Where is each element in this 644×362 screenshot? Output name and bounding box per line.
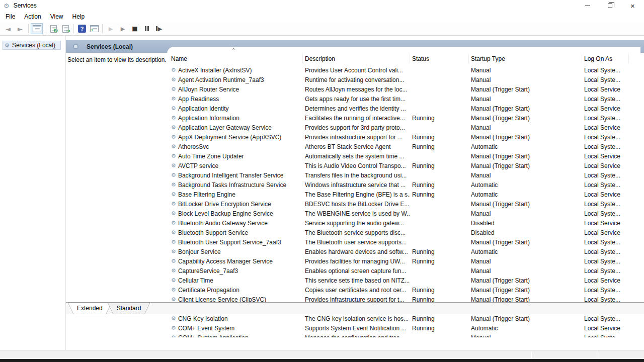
service-startup-type: Manual [469, 124, 582, 131]
service-name: AppX Deployment Service (AppXSVC) [178, 134, 281, 141]
forward-button[interactable]: ► [14, 23, 26, 34]
table-row[interactable]: ⚙Application Layer Gateway ServiceProvid… [167, 123, 629, 132]
service-log-on-as: Local Syste... [582, 248, 629, 255]
table-row[interactable]: ⚙AVCTP serviceThis is Audio Video Contro… [167, 161, 629, 170]
show-console-tree-button[interactable] [31, 23, 43, 34]
column-header-status[interactable]: Status [410, 54, 469, 63]
table-row[interactable]: ⚙Bluetooth Audio Gateway ServiceService … [167, 218, 629, 228]
service-name: Certificate Propagation [178, 287, 239, 294]
service-name: Bluetooth Audio Gateway Service [178, 220, 268, 227]
table-row[interactable]: ⚙Certificate PropagationCopies user cert… [167, 285, 629, 295]
service-log-on-as: Local Syste... [582, 143, 629, 150]
table-row[interactable]: ⚙Base Filtering EngineThe Base Filtering… [167, 190, 629, 199]
service-startup-type: Manual [469, 258, 582, 265]
service-description: Provides infrastructure support for ... [303, 134, 410, 141]
table-row[interactable]: ⚙Application IdentityDetermines and veri… [167, 104, 629, 113]
service-log-on-as: Local Syste... [582, 315, 629, 322]
service-log-on-as: Local Syste... [582, 258, 629, 265]
restart-service-button[interactable]: ▶ [153, 23, 165, 34]
table-row[interactable]: ⚙COM+ Event SystemSupports System Event … [167, 323, 629, 333]
menu-action[interactable]: Action [20, 12, 45, 22]
service-log-on-as: Local Service [582, 191, 629, 198]
service-startup-type: Manual [469, 334, 582, 338]
export-list-button[interactable]: → [59, 23, 71, 34]
service-gear-icon: ⚙ [171, 334, 176, 337]
resume-service-button[interactable]: ▶ [117, 23, 129, 34]
menu-file[interactable]: File [1, 12, 20, 22]
back-button[interactable]: ◄ [2, 23, 14, 34]
column-header-description[interactable]: Description [303, 54, 410, 63]
stop-service-button[interactable]: ■ [129, 23, 141, 34]
table-row[interactable]: ⚙Capability Access Manager ServiceProvid… [167, 256, 629, 266]
service-description: The CNG key isolation service is hos... [303, 315, 410, 322]
properties-button[interactable]: + [88, 23, 100, 34]
table-row[interactable]: ⚙Background Tasks Infrastructure Service… [167, 180, 629, 190]
forward-arrow-icon: ► [18, 25, 23, 33]
service-startup-type: Manual (Trigger Start) [469, 115, 582, 122]
service-name: CaptureService_7aaf3 [178, 267, 238, 275]
service-log-on-as: Local Syste... [582, 115, 629, 122]
service-name: AVCTP service [178, 162, 218, 169]
console-tree-icon [33, 25, 41, 32]
table-row[interactable]: ⚙Bonjour ServiceEnables hardware devices… [167, 247, 629, 256]
service-log-on-as: Local Syste... [582, 334, 629, 338]
table-row[interactable]: ⚙Auto Time Zone UpdaterAutomatically set… [167, 151, 629, 161]
start-service-button[interactable]: ▶ [105, 23, 117, 34]
table-row[interactable]: ⚙ActiveX Installer (AxInstSV)Provides Us… [167, 65, 629, 75]
table-row[interactable]: ⚙Application InformationFacilitates the … [167, 113, 629, 123]
menu-view[interactable]: View [46, 12, 68, 22]
service-description: Provides support for 3rd party proto... [303, 124, 410, 131]
stop-icon: ■ [132, 26, 137, 32]
service-startup-type: Manual (Trigger Start) [469, 277, 582, 284]
table-row[interactable]: ⚙BitLocker Drive Encryption ServiceBDESV… [167, 199, 629, 209]
table-row[interactable]: ⚙Agent Activation Runtime_7aaf3Runtime f… [167, 75, 629, 84]
service-description: Facilitates the running of interactive..… [303, 115, 410, 122]
help-icon: ? [78, 25, 86, 33]
close-button[interactable]: × [621, 0, 644, 11]
service-log-on-as: Local Syste... [582, 201, 629, 208]
tab-extended[interactable]: Extended [68, 303, 112, 314]
table-row[interactable]: ⚙COM+ System ApplicationManages the conf… [167, 333, 629, 337]
service-description: This is Audio Video Control Transpo... [303, 162, 410, 169]
service-gear-icon: ⚙ [171, 182, 176, 188]
refresh-button[interactable]: ↻ [47, 23, 59, 34]
table-row[interactable]: ⚙CaptureService_7aaf3Enables optional sc… [167, 266, 629, 276]
menu-help[interactable]: Help [68, 12, 90, 22]
service-log-on-as: Local Syste... [582, 134, 629, 141]
tab-standard[interactable]: Standard [108, 303, 150, 314]
table-row[interactable]: ⚙Block Level Backup Engine ServiceThe WB… [167, 209, 629, 218]
table-row[interactable]: ⚙CNG Key IsolationThe CNG key isolation … [167, 314, 629, 323]
console-tree-pane: ⚙ Services (Local) [0, 36, 65, 350]
title-bar: ⚙ Services × [0, 0, 644, 11]
table-row[interactable]: ⚙Background Intelligent Transfer Service… [167, 170, 629, 180]
service-description: Automatically sets the system time ... [303, 153, 410, 160]
service-description: Provides User Account Control vali... [303, 67, 410, 74]
column-header-log-on-as[interactable]: Log On As [582, 54, 629, 63]
service-description: Routes AllJoyn messages for the loc... [303, 86, 410, 93]
service-description: The Bluetooth user service supports... [303, 239, 410, 246]
status-bar-separator [599, 351, 599, 358]
table-row[interactable]: ⚙AllJoyn Router ServiceRoutes AllJoyn me… [167, 84, 629, 94]
minimize-button[interactable] [576, 0, 599, 11]
toolbar-separator [73, 24, 74, 33]
service-log-on-as: Local Service [582, 325, 629, 332]
service-description: Runtime for activating conversation... [303, 76, 410, 83]
restore-button[interactable] [599, 0, 621, 11]
service-name: Bluetooth User Support Service_7aaf3 [178, 239, 281, 246]
service-startup-type: Manual [469, 210, 582, 217]
column-header-startup-type[interactable]: Startup Type [469, 54, 582, 63]
table-row[interactable]: ⚙AppX Deployment Service (AppXSVC)Provid… [167, 132, 629, 142]
column-header-name[interactable]: Name [167, 54, 303, 63]
restart-icon: ▶ [156, 26, 162, 32]
tree-item-services-local[interactable]: ⚙ Services (Local) [3, 41, 61, 50]
service-startup-type: Disabled [469, 220, 582, 227]
table-row[interactable]: ⚙App ReadinessGets apps ready for use th… [167, 94, 629, 104]
help-button[interactable]: ? [76, 23, 88, 34]
properties-icon: + [90, 25, 99, 32]
table-row[interactable]: ⚙Bluetooth Support ServiceThe Bluetooth … [167, 228, 629, 237]
table-row[interactable]: ⚙Bluetooth User Support Service_7aaf3The… [167, 237, 629, 247]
table-row[interactable]: ⚙Cellular TimeThis service sets time bas… [167, 276, 629, 285]
pause-service-button[interactable] [141, 23, 153, 34]
table-row[interactable]: ⚙AtherosSvcAtheros BT Stack Service Agen… [167, 142, 629, 151]
service-gear-icon: ⚙ [171, 76, 176, 83]
